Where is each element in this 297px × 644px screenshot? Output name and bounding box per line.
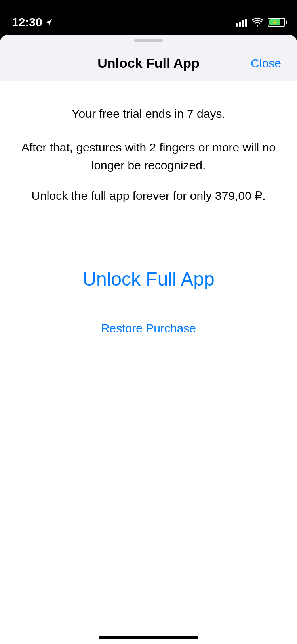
drag-area [0, 35, 297, 46]
wifi-icon [252, 18, 263, 27]
modal-title: Unlock Full App [97, 56, 200, 71]
modal-header: Unlock Full App Close [0, 46, 297, 81]
status-bar: 12:30 ⚡ [0, 0, 297, 35]
status-icons: ⚡ [236, 18, 285, 27]
signal-icon [236, 18, 247, 27]
drag-indicator [134, 39, 163, 42]
unlock-full-app-button[interactable]: Unlock Full App [82, 268, 215, 290]
restore-purchase-button[interactable]: Restore Purchase [101, 322, 196, 335]
gesture-text: After that, gestures with 2 fingers or m… [20, 138, 277, 174]
modal-sheet: Unlock Full App Close Your free trial en… [0, 35, 297, 644]
close-button[interactable]: Close [251, 57, 281, 70]
location-icon [46, 19, 53, 26]
time-label: 12:30 [12, 15, 42, 29]
status-time: 12:30 [12, 15, 53, 29]
price-text: Unlock the full app forever for only 379… [32, 187, 266, 205]
home-indicator [99, 636, 198, 639]
modal-content: Your free trial ends in 7 days. After th… [0, 81, 297, 644]
trial-text: Your free trial ends in 7 days. [72, 105, 225, 123]
battery-icon: ⚡ [268, 18, 285, 27]
